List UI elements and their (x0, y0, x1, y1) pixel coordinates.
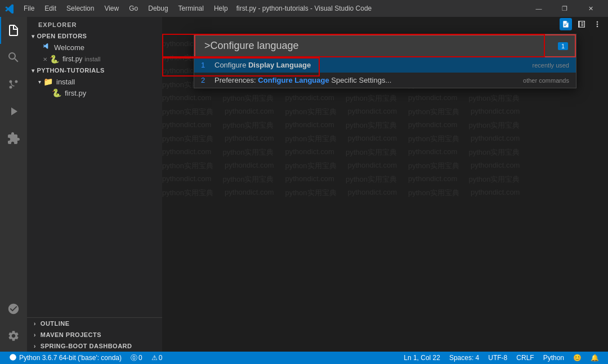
menu-selection[interactable]: Selection (62, 3, 99, 14)
status-bar-right: Ln 1, Col 22 Spaces: 4 UTF-8 CRLF Python… (399, 354, 603, 362)
menu-debug[interactable]: Debug (144, 3, 172, 14)
welcome-filename: Welcome (54, 43, 84, 52)
spaces-text: Spaces: 4 (449, 354, 479, 362)
configure-label: Configure (214, 61, 248, 69)
command-palette-input[interactable] (202, 35, 553, 56)
python-version-text: Python 3.6.7 64-bit ('base': conda) (19, 354, 122, 362)
smiley-button[interactable]: 😊 (569, 354, 586, 362)
notifications-button[interactable]: 🔔 (586, 354, 603, 362)
extensions-activity-icon[interactable] (0, 125, 27, 152)
explorer-activity-icon[interactable] (0, 17, 27, 44)
close-firstpy-icon[interactable]: ✕ (43, 56, 47, 62)
sidebar: EXPLORER ▾ OPEN EDITORS Welcome ✕ 🐍 firs… (27, 17, 162, 352)
display-language-label: Display Language (248, 61, 311, 69)
warning-count-item[interactable]: ⚠ 0 (147, 352, 167, 364)
result-1-num: 1 (201, 61, 210, 69)
cursor-position-item[interactable]: Ln 1, Col 22 (399, 354, 445, 362)
line-ending-item[interactable]: CRLF (512, 354, 538, 362)
new-file-button[interactable] (560, 18, 572, 30)
sidebar-bottom: › OUTLINE › MAVEN PROJECTS › SPRING-BOOT… (27, 317, 162, 352)
error-count-text: 0 (138, 354, 142, 362)
activity-bar (0, 17, 27, 352)
menu-file[interactable]: File (19, 3, 39, 14)
specific-settings-label: Specific Settings... (329, 76, 392, 84)
python-status-icon (9, 353, 17, 363)
menu-go[interactable]: Go (124, 3, 142, 14)
source-control-activity-icon[interactable] (0, 71, 27, 98)
window-controls: — ❐ ✕ (526, 0, 603, 17)
cursor-position-text: Ln 1, Col 22 (404, 354, 440, 362)
language-item[interactable]: Python (539, 354, 569, 362)
install-folder-item[interactable]: ▾ 📁 install (27, 76, 162, 87)
vscode-logo-icon (5, 3, 15, 14)
run-activity-icon[interactable] (0, 98, 27, 125)
result-configure-display-language[interactable]: 1 Configure Display Language recently us… (194, 57, 576, 73)
maven-projects-section[interactable]: › MAVEN PROJECTS (27, 329, 162, 340)
folder-icon: 📁 (43, 77, 53, 86)
spring-chevron: › (34, 343, 36, 349)
command-input-row: 1 (194, 34, 576, 57)
spaces-item[interactable]: Spaces: 4 (445, 354, 484, 362)
close-button[interactable]: ✕ (578, 0, 603, 17)
minimize-button[interactable]: — (526, 0, 552, 17)
error-icon: ⓪ (131, 353, 137, 363)
firstpy-tree-item[interactable]: 🐍 first.py (27, 87, 162, 98)
warning-icon: ⚠ (151, 354, 158, 362)
configure-language-highlight: Configure Language (258, 76, 329, 84)
result-1-text: Configure Display Language (214, 61, 528, 69)
python-file-icon: 🐍 (52, 88, 61, 97)
maven-chevron: › (34, 332, 36, 338)
accounts-activity-icon[interactable] (0, 295, 27, 322)
spring-label: SPRING-BOOT DASHBOARD (41, 343, 132, 349)
install-folder-chevron: ▾ (38, 79, 41, 85)
status-bar: Python 3.6.7 64-bit ('base': conda) ⓪ 0 … (0, 352, 608, 364)
open-editors-header[interactable]: ▾ OPEN EDITORS (27, 30, 162, 42)
activity-bar-bottom (0, 295, 27, 352)
maximize-button[interactable]: ❐ (552, 0, 578, 17)
editor-area: pythondict.compython实用宝典pythondict.compy… (162, 17, 608, 352)
menu-terminal[interactable]: Terminal (174, 3, 208, 14)
welcome-file-item[interactable]: Welcome (27, 42, 162, 53)
editor-toolbar-right (560, 18, 603, 30)
preferences-label: Preferences: (214, 76, 258, 84)
encoding-text: UTF-8 (488, 354, 507, 362)
python-tutorials-section: ▾ PYTHON-TUTORIALS ▾ 📁 install 🐍 first.p… (27, 65, 162, 98)
search-activity-icon[interactable] (0, 44, 27, 71)
command-palette-overlay: 1 1 Configure Display Language recently … (162, 34, 608, 339)
title-bar: File Edit Selection View Go Debug Termin… (0, 0, 608, 17)
firstpy-file-item[interactable]: ✕ 🐍 first.py install (27, 53, 162, 65)
outline-chevron: › (34, 321, 36, 327)
bell-icon: 🔔 (591, 354, 599, 362)
menu-bar: File Edit Selection View Go Debug Termin… (19, 3, 233, 14)
main-layout: EXPLORER ▾ OPEN EDITORS Welcome ✕ 🐍 firs… (0, 17, 608, 352)
menu-edit[interactable]: Edit (40, 3, 61, 14)
open-editors-chevron: ▾ (32, 33, 35, 39)
more-actions-button[interactable] (591, 18, 603, 30)
spring-boot-section[interactable]: › SPRING-BOOT DASHBOARD (27, 340, 162, 352)
error-count-item[interactable]: ⓪ 0 (126, 352, 147, 364)
menu-help[interactable]: Help (209, 3, 233, 14)
menu-view[interactable]: View (100, 3, 123, 14)
encoding-item[interactable]: UTF-8 (484, 354, 512, 362)
command-palette: 1 1 Configure Display Language recently … (194, 34, 576, 88)
line-ending-text: CRLF (516, 354, 534, 362)
result-2-text: Preferences: Configure Language Specific… (214, 76, 518, 84)
settings-activity-icon[interactable] (0, 322, 27, 349)
smiley-icon: 😊 (573, 354, 582, 362)
maven-label: MAVEN PROJECTS (41, 331, 101, 338)
result-2-badge: other commands (523, 77, 569, 84)
result-preferences-configure-language[interactable]: 2 Preferences: Configure Language Specif… (194, 73, 576, 88)
outline-section[interactable]: › OUTLINE (27, 318, 162, 329)
split-editor-button[interactable] (575, 18, 588, 30)
python-tutorials-chevron: ▾ (32, 68, 35, 74)
result-1-badge: recently used (533, 62, 569, 69)
open-editors-section: ▾ OPEN EDITORS Welcome ✕ 🐍 first.py inst… (27, 30, 162, 65)
install-folder-name: install (56, 78, 75, 86)
firstpy-path: install (84, 56, 100, 62)
python-status-item[interactable]: Python 3.6.7 64-bit ('base': conda) (5, 352, 126, 364)
python-dot-icon: 🐍 (50, 55, 59, 64)
result-count-badge: 1 (558, 42, 568, 50)
python-tutorials-header[interactable]: ▾ PYTHON-TUTORIALS (27, 65, 162, 76)
title-bar-left: File Edit Selection View Go Debug Termin… (5, 3, 233, 14)
firstpy-filename: first.py (62, 55, 82, 63)
